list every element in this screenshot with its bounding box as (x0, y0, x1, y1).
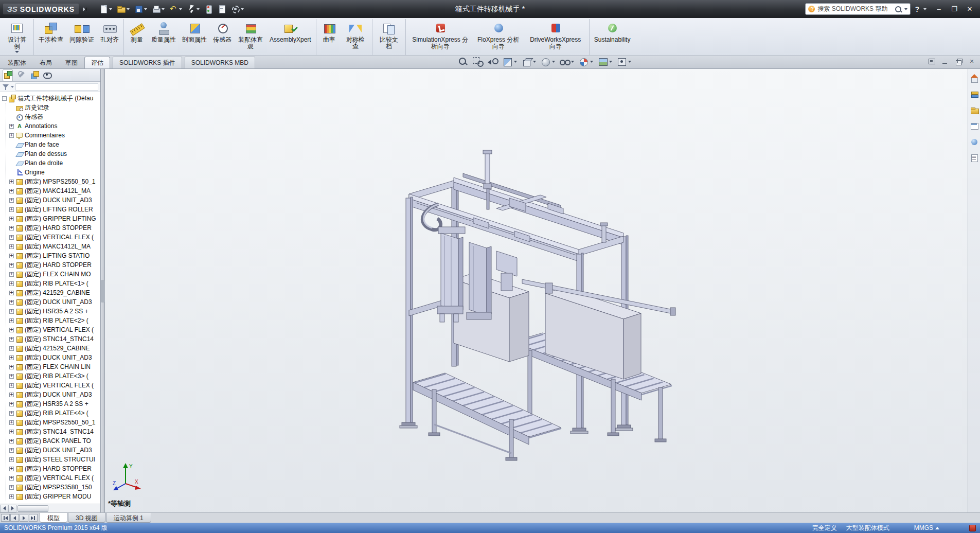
tree-item[interactable]: Commentaires (9, 131, 100, 140)
task-pane-tab[interactable] (970, 90, 978, 100)
ribbon-tool-button[interactable]: 间隙验证 (66, 19, 97, 55)
dropdown-caret-icon[interactable] (609, 61, 612, 63)
quick-toolbar-button[interactable] (133, 3, 149, 16)
tree-item[interactable]: 历史记录 (9, 103, 100, 112)
task-pane-tab[interactable] (970, 154, 978, 164)
tree-item[interactable]: (固定) RIB PLATE<3> ( (9, 371, 100, 381)
expand-toggle[interactable] (9, 457, 14, 462)
dropdown-caret-icon[interactable] (571, 61, 574, 63)
scrollbar-thumb[interactable] (17, 505, 48, 512)
expand-toggle[interactable] (9, 337, 14, 342)
units-selector[interactable]: MMGS (914, 524, 939, 531)
filter-dropdown-caret-icon[interactable] (11, 86, 14, 88)
command-manager-tab[interactable]: SOLIDWORKS 插件 (113, 57, 182, 68)
expand-toggle[interactable] (9, 494, 14, 499)
panel-tab[interactable] (42, 70, 51, 81)
tree-item[interactable]: (固定) VERTICAL FLEX ( (9, 381, 100, 390)
tree-item[interactable]: (固定) DUCK UNIT_AD3 (9, 446, 100, 455)
ribbon-tool-button[interactable]: 质量属性 (148, 19, 179, 55)
ribbon-tool-button[interactable]: 装配体直观 (235, 19, 266, 55)
panel-splitter[interactable] (101, 69, 105, 512)
machine-model-3d[interactable] (391, 147, 700, 466)
previous-tab-button[interactable] (10, 514, 19, 522)
quick-toolbar-button[interactable] (229, 3, 245, 16)
tree-item[interactable]: Plan de droite (9, 158, 100, 168)
command-manager-tab[interactable]: 布局 (33, 57, 59, 68)
tree-item[interactable]: (固定) MPSPS2550_50_1 (9, 418, 100, 427)
view-toolbar-button[interactable] (458, 57, 468, 66)
expand-toggle[interactable] (9, 476, 14, 481)
tree-item[interactable]: (固定) VERTICAL FLEX ( (9, 325, 100, 334)
ribbon-tool-button[interactable]: SimulationXpress 分析向导 (407, 19, 473, 55)
tree-item[interactable]: (固定) LIFTING ROLLER (9, 205, 100, 214)
tree-item[interactable]: (固定) RIB PLATE<1> ( (9, 279, 100, 288)
search-dropdown-caret-icon[interactable] (904, 8, 907, 10)
ribbon-tool-button[interactable]: 孔对齐 (97, 19, 124, 55)
task-pane-tab[interactable] (970, 74, 978, 84)
expand-toggle[interactable] (9, 263, 14, 268)
tree-item[interactable]: Plan de face (9, 140, 100, 149)
close-button[interactable]: ✕ (963, 4, 977, 14)
expand-toggle[interactable] (9, 439, 14, 443)
task-pane-tab[interactable] (970, 138, 978, 148)
help-dropdown-caret-icon[interactable] (923, 8, 926, 10)
panel-tab[interactable] (29, 70, 39, 81)
quick-tips-icon[interactable] (969, 525, 976, 531)
document-window-button[interactable] (955, 58, 963, 66)
dropdown-caret-icon[interactable] (179, 8, 182, 10)
view-toolbar-button[interactable] (473, 57, 483, 66)
tree-filter-input[interactable] (15, 83, 98, 91)
tree-item[interactable]: (固定) RIB PLATE<2> ( (9, 316, 100, 325)
scroll-right-button[interactable] (8, 505, 16, 512)
expand-toggle[interactable] (9, 244, 14, 249)
view-toolbar-button[interactable] (522, 57, 536, 66)
maximize-button[interactable]: ❐ (947, 4, 961, 14)
tree-item[interactable]: (固定) RIB PLATE<4> ( (9, 408, 100, 418)
document-view-tab[interactable]: 3D 视图 (68, 513, 105, 523)
last-tab-button[interactable] (29, 514, 38, 522)
expand-toggle[interactable] (9, 309, 14, 314)
panel-tab[interactable] (3, 69, 13, 81)
tree-item[interactable]: (固定) FLEX CHAIN MO (9, 270, 100, 279)
expand-toggle[interactable] (9, 272, 14, 277)
ribbon-tool-button[interactable]: 比较文档 (374, 19, 406, 55)
dropdown-caret-icon[interactable] (628, 61, 631, 63)
expand-toggle[interactable] (9, 180, 14, 184)
expand-toggle[interactable] (9, 328, 14, 332)
expand-toggle[interactable] (9, 467, 14, 471)
document-window-button[interactable] (968, 58, 976, 66)
tree-item[interactable]: (固定) DUCK UNIT_AD3 (9, 353, 100, 362)
tree-item[interactable]: (固定) GRIPPER LIFTING (9, 214, 100, 223)
next-tab-button[interactable] (20, 514, 28, 522)
expand-toggle[interactable] (9, 198, 14, 203)
tree-item[interactable]: (固定) HARD STOPPER (9, 464, 100, 473)
expand-toggle[interactable] (9, 235, 14, 240)
view-toolbar-button[interactable] (488, 57, 498, 66)
dropdown-caret-icon[interactable] (144, 8, 147, 10)
tree-item[interactable]: (固定) GRIPPER MODU (9, 492, 100, 501)
expand-toggle[interactable] (9, 254, 14, 258)
tree-item[interactable]: 传感器 (9, 112, 100, 121)
task-pane-tab[interactable] (970, 106, 978, 116)
scrollbar-track[interactable] (16, 505, 100, 512)
tree-item[interactable]: (固定) STNC14_STNC14 (9, 427, 100, 436)
document-window-button[interactable] (941, 58, 949, 66)
dropdown-caret-icon[interactable] (197, 8, 200, 10)
dropdown-caret-icon[interactable] (109, 8, 112, 10)
tree-item[interactable]: (固定) BACK PANEL TO (9, 436, 100, 446)
expand-toggle[interactable] (9, 402, 14, 406)
document-window-button[interactable] (928, 58, 936, 66)
view-toolbar-button[interactable] (560, 57, 574, 66)
tree-item[interactable]: (固定) MPSPS3580_150 (9, 483, 100, 492)
tree-item[interactable]: (固定) 421529_CABINE (9, 288, 100, 297)
tree-item[interactable]: (固定) LIFTING STATIO (9, 251, 100, 260)
graphics-viewport[interactable]: Y X Z *等轴测 (105, 69, 968, 512)
tree-item[interactable]: (固定) MPSPS2550_50_1 (9, 177, 100, 186)
dropdown-caret-icon[interactable] (162, 8, 165, 10)
quick-toolbar-button[interactable] (115, 3, 131, 16)
tree-root-item[interactable]: 箱式工件转移机械手 (Défau (2, 94, 100, 103)
tree-item[interactable]: (固定) DUCK UNIT_AD3 (9, 196, 100, 205)
dropdown-caret-icon[interactable] (241, 8, 244, 10)
scroll-left-button[interactable] (0, 505, 8, 512)
tree-horizontal-scrollbar[interactable] (0, 504, 100, 512)
